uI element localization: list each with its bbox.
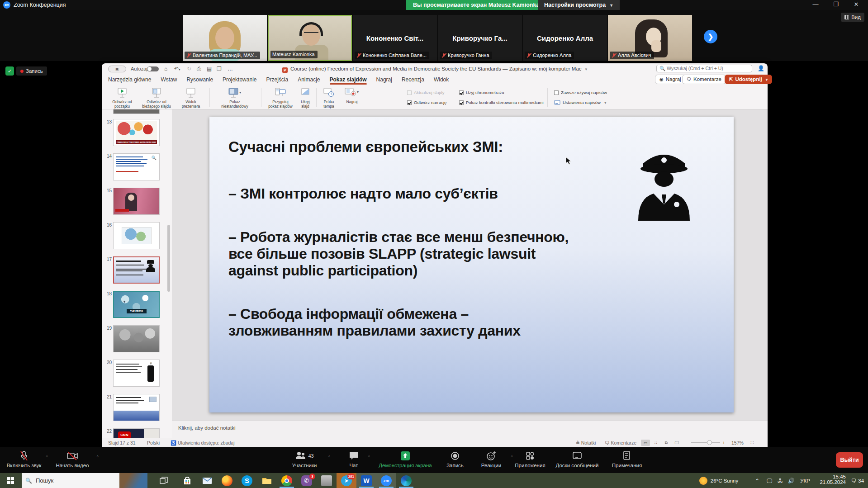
participants-button[interactable]: 43 Участники <box>284 450 325 468</box>
slide-thumb-14[interactable]: 🔍 <box>113 153 160 180</box>
tab-rysowanie[interactable]: Rysowanie <box>186 74 213 85</box>
whiteboards-button[interactable]: Доски сообщений <box>551 450 603 468</box>
share-document-button[interactable]: ⇱Udostępnij▾ <box>725 75 772 84</box>
record-button[interactable]: ◉Nagraj <box>655 75 686 84</box>
start-button[interactable] <box>0 473 21 488</box>
tab-pokaz-slajdow[interactable]: Pokaz slajdów <box>330 74 367 85</box>
play-from-current-slide-button[interactable]: Odtwórz odbieżącego slajdu <box>137 86 176 109</box>
slide-thumb-19[interactable] <box>113 325 160 352</box>
tab-recenzja[interactable]: Recenzja <box>402 74 424 85</box>
use-timings-checkbox[interactable]: Użyj chronometrażu <box>459 90 504 96</box>
fit-to-window-button[interactable]: ⛶ <box>748 440 757 446</box>
reading-view-button[interactable]: ⧉ <box>662 440 671 446</box>
taskbar-telegram-icon[interactable]: ➤281 <box>337 473 356 488</box>
show-media-controls-checkbox[interactable]: Pokaż kontrolki sterowania multimediami <box>459 99 544 106</box>
notification-center-button[interactable]: 🗨 34 <box>848 473 868 488</box>
notes-button[interactable]: Примечания <box>604 450 650 468</box>
taskbar-firefox-icon[interactable] <box>217 473 237 488</box>
chevron-down-icon[interactable]: ▾ <box>585 67 588 71</box>
custom-show-button[interactable]: ▾ Pokazniestandardowy <box>213 86 256 109</box>
setup-slideshow-button[interactable]: Przygotujpokaz slajdów <box>265 86 296 109</box>
view-button[interactable]: Вид <box>841 13 864 22</box>
slide-thumb-17-selected[interactable] <box>113 256 160 284</box>
taskbar-viber-icon[interactable]: ✆3 <box>297 473 317 488</box>
tab-widok[interactable]: Widok <box>434 74 449 85</box>
tab-animacje[interactable]: Animacje <box>298 74 320 85</box>
hide-slide-button[interactable]: Ukryjslajd <box>297 86 313 109</box>
notes-pane[interactable]: Kliknij, aby dodać notatki <box>172 421 768 438</box>
tab-przejscia[interactable]: Przejścia <box>266 74 288 85</box>
slide-thumb-16[interactable] <box>113 222 160 249</box>
taskbar-word-icon[interactable]: W <box>356 473 376 488</box>
taskbar-zoom-icon[interactable]: zm <box>376 473 396 488</box>
participant-tile[interactable]: Валентина Парандій, МАУ... <box>183 15 267 61</box>
participants-chevron[interactable]: ⌃ <box>327 455 331 460</box>
chat-chevron[interactable]: ⌃ <box>367 455 371 460</box>
update-slides-checkbox[interactable]: Aktualizuj slajdy <box>407 90 445 96</box>
leave-meeting-button[interactable]: Выйти <box>836 452 863 468</box>
next-participants-button[interactable]: ❯ <box>704 30 717 43</box>
zoom-slider-track[interactable] <box>691 442 720 443</box>
clock[interactable]: 15:45 21.05.2024 <box>814 474 846 485</box>
taskbar-edge-icon[interactable] <box>396 473 416 488</box>
view-settings-dropdown[interactable]: Настройки просмотра▼ <box>538 0 620 10</box>
tab-wstaw[interactable]: Wstaw <box>161 74 177 85</box>
participant-tile[interactable]: Кононенко Світ... Кононенко Світлана Вал… <box>353 15 437 61</box>
taskbar-app-icon[interactable] <box>317 473 337 488</box>
tab-narzedzia-glowne[interactable]: Narzędzia główne <box>108 74 151 85</box>
language-indicator[interactable]: Polski <box>147 438 160 447</box>
slide-canvas[interactable]: Сучасні проблеми європейських ЗМІ: – ЗМІ… <box>209 117 734 412</box>
slideshow-button[interactable]: 🖵 <box>672 440 681 446</box>
zoom-percentage[interactable]: 157% <box>731 438 744 447</box>
search-input[interactable]: 🔍 Wyszukaj (Cmd + Ctrl + U) <box>656 65 752 72</box>
reactions-button[interactable]: Реакции <box>474 450 508 468</box>
always-use-subtitles-checkbox[interactable]: Zawsze używaj napisów <box>554 90 607 96</box>
language-switcher[interactable]: УКР <box>797 473 813 488</box>
notes-toggle[interactable]: ≜ Notatki <box>576 438 596 447</box>
tab-projektowanie[interactable]: Projektowanie <box>223 74 256 85</box>
taskbar-chrome-icon[interactable] <box>277 473 297 488</box>
play-narration-checkbox[interactable]: Odtwórz narrację <box>407 99 446 106</box>
taskbar-explorer-icon[interactable] <box>257 473 277 488</box>
taskbar-search-input[interactable]: 🔍 Пошук <box>22 473 147 488</box>
zoom-slider-knob[interactable] <box>707 440 712 445</box>
zoom-in-button[interactable]: + <box>722 438 725 447</box>
weather-widget[interactable]: 26°C Sunny <box>689 473 748 488</box>
tab-nagraj[interactable]: Nagraj <box>376 74 392 85</box>
hidden-icons-chevron[interactable]: ⌃ <box>753 473 762 488</box>
display-tray-icon[interactable]: 🖵 <box>764 473 774 488</box>
apps-button[interactable]: Приложения <box>511 450 549 468</box>
unmute-button[interactable]: Включить звук <box>5 450 43 468</box>
slide-thumb-12-partial[interactable] <box>113 109 160 114</box>
subtitle-settings-dropdown[interactable]: Ustawienia napisów▾ <box>554 99 607 106</box>
rehearse-timings-button[interactable]: Próbatempa <box>320 86 338 109</box>
taskbar-skype-icon[interactable]: S <box>237 473 257 488</box>
slide-thumb-18[interactable]: ✈ THE PRESS <box>113 291 160 318</box>
slide-thumb-21[interactable] <box>113 394 160 421</box>
taskbar-store-icon[interactable] <box>177 473 197 488</box>
slide-sorter-button[interactable]: ∷ <box>651 440 660 446</box>
participant-tile-active-speaker[interactable]: Mateusz Kamionka <box>268 15 352 61</box>
participant-tile[interactable]: Криворучко Га... Криворучко Ганна <box>438 15 522 61</box>
slide-thumb-15[interactable] <box>113 188 160 215</box>
close-button[interactable]: ✕ <box>847 0 865 10</box>
minimize-button[interactable]: — <box>806 0 825 10</box>
chat-button[interactable]: Чат <box>340 450 367 468</box>
panel-scrollbar[interactable] <box>167 225 170 292</box>
share-screen-button[interactable]: Демонстрация экрана <box>374 450 437 468</box>
slide-thumb-13[interactable]: FREEDOM OF THE PRESS WORLDWIDE 2023 <box>113 119 160 146</box>
mic-options-chevron[interactable]: ⌃ <box>45 455 49 460</box>
taskbar-mail-icon[interactable] <box>197 473 217 488</box>
participant-tile[interactable]: Сидоренко Алла Сидоренко Алла <box>523 15 607 61</box>
slide-thumb-20[interactable]: 🕴 <box>113 360 160 387</box>
play-from-start-button[interactable]: Odtwórz odpoczątku <box>108 86 136 109</box>
record-button[interactable]: Запись <box>441 450 469 468</box>
recording-indicator[interactable]: Запись <box>16 66 47 76</box>
video-options-chevron[interactable]: ⌃ <box>96 455 100 460</box>
share-contact-icon[interactable]: 👤 <box>758 65 764 71</box>
security-shield-icon[interactable]: ✓ <box>5 66 14 76</box>
slide-thumb-22[interactable]: CNN <box>113 428 160 438</box>
comments-toggle[interactable]: 🗨 Komentarze <box>605 438 636 447</box>
record-slideshow-button[interactable]: ▾ Nagraj <box>341 86 363 104</box>
presenter-view-button[interactable]: Widokprezentera <box>177 86 205 109</box>
